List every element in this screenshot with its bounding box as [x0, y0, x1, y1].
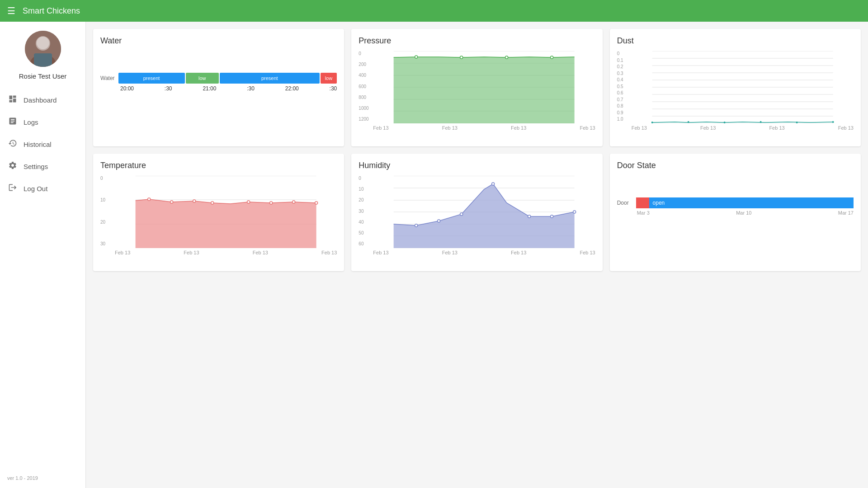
- sidebar-item-settings[interactable]: Settings: [0, 155, 85, 178]
- pressure-canvas: Feb 13 Feb 13 Feb 13 Feb 13: [373, 51, 595, 131]
- dust-canvas: Feb 13 Feb 13 Feb 13 Feb 13: [632, 51, 854, 131]
- svg-point-61: [573, 211, 576, 213]
- svg-rect-4: [34, 53, 52, 67]
- temp-canvas: Feb 13 Feb 13 Feb 13 Feb 13: [115, 176, 337, 255]
- sidebar-label-dashboard: Dashboard: [24, 96, 57, 104]
- svg-point-39: [148, 198, 151, 201]
- door-state-title: Door State: [617, 161, 854, 170]
- sidebar-footer: ver 1.0 - 2019: [0, 468, 85, 488]
- svg-point-42: [211, 202, 214, 204]
- water-seg-present1: present: [118, 73, 185, 84]
- time-2030: :30: [165, 85, 172, 92]
- sidebar-item-historical[interactable]: Historical: [0, 133, 85, 155]
- water-times: 20:00 :30 21:00 :30 22:00 :30: [100, 85, 337, 92]
- water-timeline: Water present low present low: [100, 73, 337, 84]
- pressure-svg: [373, 51, 595, 123]
- svg-point-60: [551, 215, 553, 218]
- svg-point-56: [438, 220, 440, 222]
- time-2230: :30: [330, 85, 337, 92]
- humidity-x-labels: Feb 13 Feb 13 Feb 13 Feb 13: [373, 250, 595, 255]
- nav-items: Dashboard Logs Historical Settings: [0, 89, 85, 200]
- svg-point-33: [832, 121, 834, 123]
- svg-point-45: [292, 201, 295, 203]
- svg-point-44: [270, 202, 273, 204]
- humidity-y-labels: 60 50 40 30 20 10 0: [359, 176, 372, 246]
- svg-point-43: [247, 201, 250, 203]
- logs-icon: [7, 117, 18, 128]
- sidebar-item-logs[interactable]: Logs: [0, 111, 85, 133]
- water-chart: Water present low present low 20:00 :30 …: [100, 73, 337, 92]
- time-2130: :30: [247, 85, 255, 92]
- svg-point-41: [193, 200, 196, 202]
- water-label: Water: [100, 75, 115, 81]
- pressure-chart-area: 1200 1000 800 600 400 200 0: [359, 51, 595, 131]
- app-title: Smart Chickens: [23, 6, 80, 16]
- door-date-mar3: Mar 3: [637, 210, 650, 216]
- pressure-x-labels: Feb 13 Feb 13 Feb 13 Feb 13: [373, 125, 595, 131]
- water-seg-present2: present: [220, 73, 320, 84]
- water-seg-low1: low: [186, 73, 219, 84]
- svg-marker-54: [394, 184, 575, 248]
- svg-point-16: [551, 56, 553, 59]
- svg-point-29: [687, 121, 689, 123]
- settings-icon: [7, 161, 18, 172]
- door-state-card: Door State Door open Mar 3 Mar 10 Mar 17: [610, 154, 861, 271]
- sidebar-label-logout: Log Out: [24, 185, 47, 192]
- door-date-mar17: Mar 17: [838, 210, 854, 216]
- dust-svg: [632, 51, 854, 123]
- svg-marker-38: [136, 199, 316, 248]
- svg-point-58: [492, 183, 495, 185]
- sidebar-label-logs: Logs: [24, 118, 38, 126]
- hamburger-icon[interactable]: ☰: [7, 5, 15, 16]
- svg-point-40: [170, 201, 173, 203]
- sidebar-item-logout[interactable]: Log Out: [0, 178, 85, 200]
- svg-point-3: [37, 37, 49, 49]
- door-timeline: open: [636, 197, 854, 208]
- sidebar: Rosie Test User Dashboard Logs Historica…: [0, 22, 86, 488]
- pressure-title: Pressure: [359, 36, 595, 46]
- temperature-card: Temperature 30 20 10 0: [93, 154, 344, 271]
- sidebar-item-dashboard[interactable]: Dashboard: [0, 89, 85, 111]
- svg-point-14: [460, 56, 463, 59]
- svg-point-32: [796, 122, 797, 123]
- door-chart: Door open Mar 3 Mar 10 Mar 17: [617, 197, 854, 216]
- svg-marker-12: [394, 57, 575, 123]
- water-title: Water: [100, 36, 337, 46]
- topbar: ☰ Smart Chickens: [0, 0, 868, 22]
- svg-point-55: [415, 224, 418, 227]
- main-layout: Rosie Test User Dashboard Logs Historica…: [0, 22, 868, 488]
- username: Rosie Test User: [14, 72, 71, 80]
- dashboard-icon: [7, 94, 18, 106]
- svg-point-30: [723, 122, 725, 123]
- time-2000: 20:00: [120, 85, 134, 92]
- svg-point-13: [415, 56, 418, 58]
- door-x-labels: Mar 3 Mar 10 Mar 17: [617, 210, 854, 216]
- temp-svg: [115, 176, 337, 248]
- svg-point-28: [651, 122, 653, 123]
- humidity-card: Humidity 60 50 40 30 20 10 0: [351, 154, 602, 271]
- door-label: Door: [617, 200, 629, 206]
- dust-y-labels: 1.0 0.9 0.8 0.7 0.6 0.5 0.4 0.3 0.2 0.1 …: [617, 51, 631, 122]
- water-card: Water Water present low present low 20:0…: [93, 29, 344, 146]
- historical-icon: [7, 139, 18, 150]
- content-area: Water Water present low present low 20:0…: [86, 22, 868, 488]
- avatar-image: [25, 31, 61, 67]
- svg-point-31: [760, 121, 761, 123]
- door-seg-open: open: [649, 197, 854, 208]
- sidebar-label-historical: Historical: [24, 141, 52, 148]
- water-seg-low2: low: [321, 73, 337, 84]
- humidity-title: Humidity: [359, 161, 595, 170]
- humidity-chart-area: 60 50 40 30 20 10 0: [359, 176, 595, 255]
- door-row: Door open: [617, 197, 854, 208]
- dust-x-labels: Feb 13 Feb 13 Feb 13 Feb 13: [632, 125, 854, 131]
- humidity-canvas: Feb 13 Feb 13 Feb 13 Feb 13: [373, 176, 595, 255]
- svg-point-59: [528, 215, 531, 218]
- dust-chart-area: 1.0 0.9 0.8 0.7 0.6 0.5 0.4 0.3 0.2 0.1 …: [617, 51, 854, 131]
- pressure-card: Pressure 1200 1000 800 600 400 200 0: [351, 29, 602, 146]
- temperature-title: Temperature: [100, 161, 337, 170]
- temp-x-labels: Feb 13 Feb 13 Feb 13 Feb 13: [115, 250, 337, 255]
- svg-point-15: [505, 56, 508, 59]
- door-date-mar10: Mar 10: [736, 210, 751, 216]
- pressure-y-labels: 1200 1000 800 600 400 200 0: [359, 51, 372, 122]
- avatar: [25, 31, 61, 67]
